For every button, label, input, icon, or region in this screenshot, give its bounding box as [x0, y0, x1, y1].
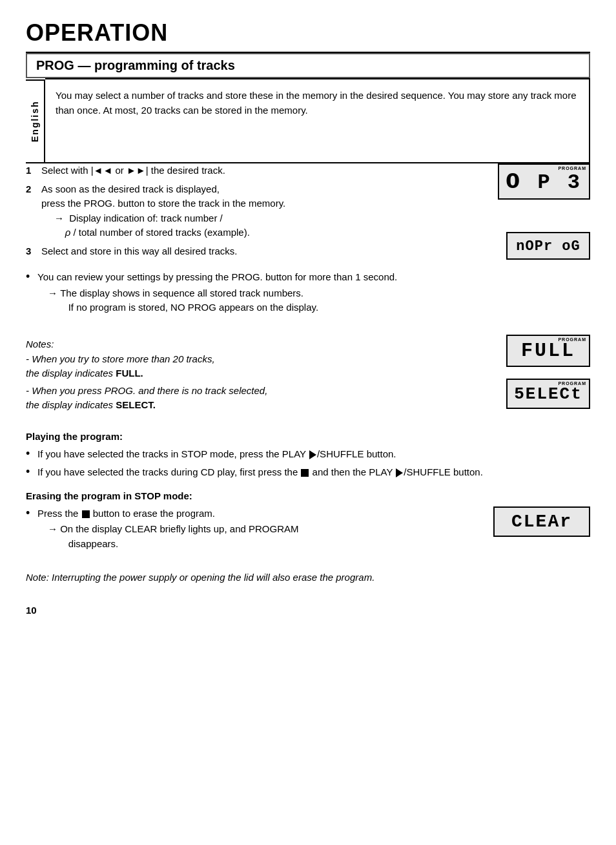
notes-section: Notes: - When you try to store more than…: [26, 335, 590, 421]
notes-block: Notes: - When you try to store more than…: [26, 339, 493, 413]
page-title: OPERATION: [26, 19, 590, 47]
play-icon-2: [396, 468, 403, 477]
stop-icon-2: [82, 510, 90, 518]
review-sub-arrow: → The display shows in sequence all stor…: [48, 286, 485, 315]
stop-icon-1: [301, 469, 309, 477]
section-header-box: PROG — programming of tracks: [26, 53, 590, 78]
bullet-dot-play-1: •: [26, 447, 37, 462]
erasing-section: • Press the button to erase the program.…: [26, 506, 590, 561]
steps-list: 1 Select with |◄◄ or ►►| the desired tra…: [26, 163, 485, 258]
step-1: 1 Select with |◄◄ or ►►| the desired tra…: [26, 163, 485, 178]
step-1-content: Select with |◄◄ or ►►| the desired track…: [41, 163, 485, 178]
skip-prev-icon: |◄◄: [91, 165, 113, 176]
playing-bullet-2-content: If you have selected the tracks during C…: [37, 465, 590, 480]
notes-label: Notes:: [26, 339, 493, 349]
lcd-program-label-2: PROGRAM: [558, 337, 586, 342]
step-2: 2 As soon as the desired track is displa…: [26, 182, 485, 240]
page-number: 10: [26, 605, 590, 616]
playing-bullet-1: • If you have selected the tracks in STO…: [26, 447, 590, 462]
step-3-num: 3: [26, 244, 39, 259]
lcd-display-full: PROGRAM FULL: [506, 335, 590, 367]
bullet-dot-1: •: [26, 270, 37, 315]
lcd-full-text: FULL: [521, 340, 575, 362]
erasing-text: • Press the button to erase the program.…: [26, 506, 480, 561]
bullet-dot-play-2: •: [26, 465, 37, 480]
playing-bullet-2: • If you have selected the tracks during…: [26, 465, 590, 480]
lcd-program-label-3: PROGRAM: [558, 381, 586, 386]
review-bullet-1-content: You can review your settings by pressing…: [37, 270, 485, 315]
playing-bullets: • If you have selected the tracks in STO…: [26, 447, 590, 480]
erasing-bullet-1-content: Press the button to erase the program. →…: [37, 506, 480, 552]
skip-next-icon: ►►|: [127, 165, 149, 176]
step-2-sub: → Display indication of: track number / …: [54, 211, 485, 240]
playing-bullet-1-content: If you have selected the tracks in STOP …: [37, 447, 590, 462]
arrow-right-2: →: [48, 286, 60, 315]
section-header: PROG — programming of tracks: [36, 58, 580, 73]
playing-heading: Playing the program:: [26, 431, 590, 442]
lcd-displays-right: PROGRAM 𝟬 P 3 nOPr oG: [498, 163, 590, 260]
main-content: You may select a number of tracks and st…: [45, 78, 590, 163]
intro-paragraph: You may select a number of tracks and st…: [56, 89, 579, 118]
erasing-bullets: • Press the button to erase the program.…: [26, 506, 480, 552]
lcd-clear-text: CLEAr: [511, 512, 572, 532]
step-3-content: Select and store in this way all desired…: [41, 244, 485, 259]
erasing-heading: Erasing the program in STOP mode:: [26, 490, 590, 501]
play-icon-1: [309, 450, 316, 459]
steps-section: 1 Select with |◄◄ or ►►| the desired tra…: [26, 163, 590, 324]
step-2-content: As soon as the desired track is displaye…: [41, 182, 485, 240]
erase-sub-text: On the display CLEAR briefly lights up, …: [60, 522, 298, 551]
steps-text: 1 Select with |◄◄ or ►►| the desired tra…: [26, 163, 485, 324]
bottom-note: Note: Interrupting the power supply or o…: [26, 570, 590, 585]
review-bullets: • You can review your settings by pressi…: [26, 270, 485, 315]
review-bullet-1: • You can review your settings by pressi…: [26, 270, 485, 315]
lcd-display-clear: CLEAr: [493, 506, 590, 537]
lcd-select-text: 5ELECt: [514, 384, 582, 404]
bullet-dot-erase-1: •: [26, 506, 37, 552]
note-1: - When you try to store more than 20 tra…: [26, 352, 493, 381]
content-with-tab: English You may select a number of track…: [26, 78, 590, 163]
english-tab: English: [26, 79, 45, 163]
lcd-notes-displays: PROGRAM FULL PROGRAM 5ELECt: [506, 335, 590, 409]
arrow-right-3: →: [48, 522, 60, 551]
lcd-display-select: PROGRAM 5ELECt: [506, 379, 590, 409]
review-sub-text: The display shows in sequence all stored…: [60, 286, 318, 315]
erase-sub-arrow: → On the display CLEAR briefly lights up…: [48, 522, 480, 551]
step-1-num: 1: [26, 163, 39, 178]
notes-text: Notes: - When you try to store more than…: [26, 335, 493, 421]
lcd-noprog-text: nOPr oG: [516, 238, 580, 255]
lcd-display-8p3: PROGRAM 𝟬 P 3: [498, 163, 590, 200]
note-2: - When you press PROG. and there is no t…: [26, 384, 493, 413]
step-2-num: 2: [26, 182, 39, 240]
lcd-display-noprog: nOPr oG: [506, 232, 590, 260]
lcd-clear-display-container: CLEAr: [493, 506, 590, 537]
erasing-bullet-1: • Press the button to erase the program.…: [26, 506, 480, 552]
lcd-program-label-1: PROGRAM: [558, 166, 586, 171]
lcd-8p3-text: 𝟬 P 3: [506, 171, 582, 194]
step-3: 3 Select and store in this way all desir…: [26, 244, 485, 259]
arrow-right-icon: →: [54, 211, 64, 226]
